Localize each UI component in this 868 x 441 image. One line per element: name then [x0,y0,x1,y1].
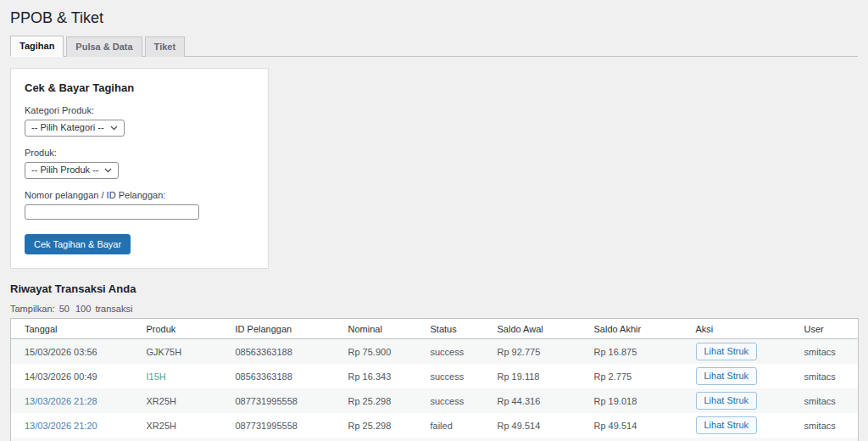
cell-saldo-awal: Rp 19.118 [484,364,581,388]
lihat-struk-button[interactable]: Lihat Struk [696,416,758,434]
table-row: 13/03/2026 21:28XR25H087731995558Rp 25.2… [11,388,859,413]
col-tanggal: Tanggal [11,319,133,339]
cell-status: success [417,339,484,365]
cell-status: failed [417,413,484,438]
cell-aksi: Lihat Struk [682,438,791,441]
cell-id-pelanggan: 08563363188 [222,339,335,365]
cell-nominal: Rp 25.298 [335,438,417,441]
cell-status: success [417,388,484,413]
cell-saldo-akhir: Rp 44.712 [581,438,682,441]
col-saldo-awal: Saldo Awal [484,319,581,339]
cell-produk: XR25H [133,413,222,438]
cell-id-pelanggan: 087731995558 [222,438,335,441]
cell-saldo-akhir: Rp 16.875 [581,339,682,365]
show-per-page: Tampilkan: 50 100 transaksi [10,304,858,314]
category-field-group: Kategori Produk: -- Pilih Kategori -- [25,105,254,137]
col-aksi: Aksi [682,319,791,339]
cell-tanggal: 13/03/2026 21:20 [11,413,133,438]
cell-user: smitacs [791,388,859,413]
cell-produk: GJK75H [133,339,222,365]
cell-tanggal: 13/03/2026 21:28 [11,388,133,413]
tab-bar: Tagihan Pulsa & Data Tiket [10,36,858,57]
category-select[interactable]: -- Pilih Kategori -- [25,120,125,137]
col-id-pelanggan: ID Pelanggan [222,319,335,339]
cell-aksi: Lihat Struk [682,339,791,365]
cek-tagihan-bayar-button[interactable]: Cek Tagihan & Bayar [25,234,131,254]
cell-id-pelanggan: 08563363188 [222,364,335,388]
cell-saldo-akhir: Rp 49.514 [581,413,682,438]
cell-user: smitacs [791,364,859,388]
transaction-table: Tanggal Produk ID Pelanggan Nominal Stat… [10,318,859,441]
cell-produk: I15H [133,364,222,388]
col-status: Status [417,319,484,339]
product-select-value: -- Pilih Produk -- [31,165,98,176]
category-label: Kategori Produk: [25,105,254,115]
history-title: Riwayat Transaksi Anda [10,282,858,295]
customer-id-label: Nomor pelanggan / ID Pelanggan: [25,190,254,200]
cell-user: smitacs [791,339,859,365]
cell-user: smitacs [791,438,859,441]
lihat-struk-button[interactable]: Lihat Struk [696,392,758,410]
cell-saldo-awal: Rp 44.712 [484,438,581,441]
customer-id-input[interactable] [25,204,199,220]
cell-user: smitacs [791,413,859,438]
customer-field-group: Nomor pelanggan / ID Pelanggan: [25,190,254,220]
table-row: 15/03/2026 03:56GJK75H08563363188Rp 75.9… [11,339,859,365]
table-body: 15/03/2026 03:56GJK75H08563363188Rp 75.9… [11,339,859,441]
cell-aksi: Lihat Struk [682,364,791,388]
show-suffix: transaksi [95,304,132,314]
cell-saldo-awal: Rp 44.316 [484,388,581,413]
show-option-100[interactable]: 100 [75,304,91,314]
tab-pulsa-data[interactable]: Pulsa & Data [66,36,142,57]
show-option-50[interactable]: 50 [59,304,70,314]
cell-saldo-awal: Rp 49.514 [484,413,581,438]
cek-bayar-tagihan-card: Cek & Bayar Tagihan Kategori Produk: -- … [10,68,269,269]
chevron-down-icon [104,168,112,173]
cell-nominal: Rp 16.343 [335,364,417,388]
page-title: PPOB & Tiket [10,7,858,31]
cell-produk: XR25H [133,438,222,441]
cell-nominal: Rp 75.900 [335,339,417,365]
product-label: Produk: [25,148,254,158]
table-row: 14/03/2026 00:49I15H08563363188Rp 16.343… [11,364,859,388]
cell-tanggal: 13/03/2026 20:54 [11,438,133,441]
cell-id-pelanggan: 087731995558 [222,388,335,413]
col-produk: Produk [133,319,222,339]
cell-nominal: Rp 25.298 [335,388,417,413]
cell-status: success [417,364,484,388]
cell-status: failed [417,438,484,441]
cell-aksi: Lihat Struk [682,388,791,413]
product-select[interactable]: -- Pilih Produk -- [25,162,119,179]
cell-tanggal: 15/03/2026 03:56 [11,339,133,365]
cell-aksi: Lihat Struk [682,413,791,438]
table-header-row: Tanggal Produk ID Pelanggan Nominal Stat… [11,319,859,339]
col-nominal: Nominal [335,319,417,339]
product-field-group: Produk: -- Pilih Produk -- [25,148,254,179]
cell-produk: XR25H [133,388,222,413]
tab-tagihan[interactable]: Tagihan [10,36,64,57]
cell-tanggal: 14/03/2026 00:49 [11,364,133,388]
col-saldo-akhir: Saldo Akhir [581,319,682,339]
lihat-struk-button[interactable]: Lihat Struk [696,367,758,385]
cell-saldo-akhir: Rp 2.775 [581,364,682,388]
cell-saldo-akhir: Rp 19.018 [581,388,682,413]
chevron-down-icon [110,126,118,131]
cell-saldo-awal: Rp 92.775 [484,339,581,365]
cell-id-pelanggan: 087731995558 [222,413,335,438]
cell-nominal: Rp 25.298 [335,413,417,438]
card-title: Cek & Bayar Tagihan [25,81,254,94]
show-label: Tampilkan: [10,304,55,314]
table-row: 13/03/2026 21:20XR25H087731995558Rp 25.2… [11,413,859,438]
tab-tiket[interactable]: Tiket [145,36,185,57]
table-row: 13/03/2026 20:54XR25H087731995558Rp 25.2… [11,438,859,441]
page-content: PPOB & Tiket Tagihan Pulsa & Data Tiket … [0,0,868,441]
category-select-value: -- Pilih Kategori -- [31,122,104,133]
col-user: User [791,319,859,339]
lihat-struk-button[interactable]: Lihat Struk [696,343,758,360]
